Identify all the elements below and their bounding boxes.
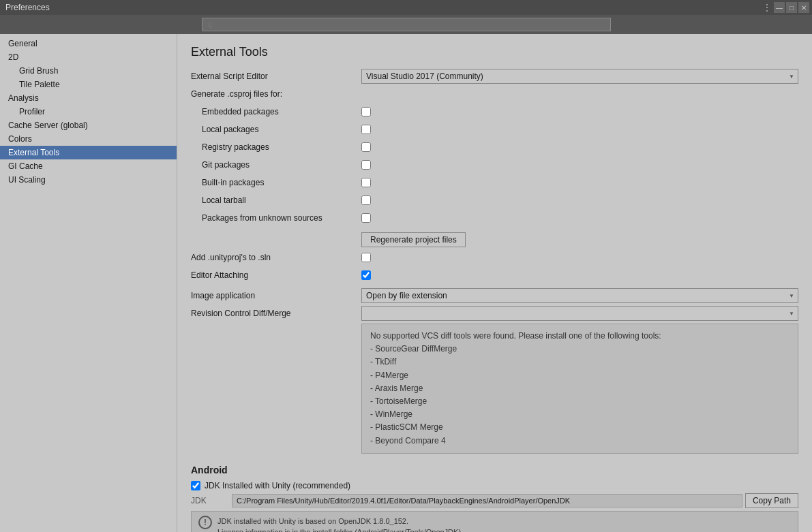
registry-packages-label: Registry packages <box>191 142 361 152</box>
editor-attaching-label: Editor Attaching <box>191 270 361 280</box>
dots-menu[interactable]: ⋮ <box>763 3 771 12</box>
search-input[interactable] <box>202 18 611 31</box>
sidebar-item-grid-brush[interactable]: Grid Brush <box>0 64 177 78</box>
sidebar-item-tile-palette[interactable]: Tile Palette <box>0 78 177 91</box>
jdk-path-row: JDK Copy Path <box>191 493 798 508</box>
maximize-button[interactable]: □ <box>786 2 797 13</box>
search-wrapper <box>5 18 807 31</box>
external-script-editor-select[interactable]: Visual Studio 2017 (Community) <box>361 69 798 84</box>
vcs-line3: - TkDiff <box>370 356 790 369</box>
close-button[interactable]: ✕ <box>798 2 809 13</box>
sidebar-item-general[interactable]: General <box>0 37 177 50</box>
regenerate-button[interactable]: Regenerate project files <box>361 232 466 247</box>
vcs-line4: - P4Merge <box>370 369 790 382</box>
unknown-sources-row: Packages from unknown sources <box>191 210 798 225</box>
embedded-packages-label: Embedded packages <box>191 107 361 116</box>
git-packages-checkbox[interactable] <box>361 160 371 170</box>
vcs-line5: - Araxis Merge <box>370 382 790 395</box>
editor-attaching-checkbox[interactable] <box>361 270 371 280</box>
sidebar-item-profiler[interactable]: Profiler <box>0 105 177 119</box>
embedded-packages-checkbox[interactable] <box>361 107 371 116</box>
revision-control-label: Revision Control Diff/Merge <box>191 309 361 318</box>
git-packages-label: Git packages <box>191 160 361 170</box>
vcs-line8: - PlasticSCM Merge <box>370 421 790 434</box>
search-bar <box>0 15 812 34</box>
page-title: External Tools <box>191 45 798 59</box>
vcs-line1: No supported VCS diff tools were found. … <box>370 330 790 343</box>
jdk-checkbox[interactable] <box>191 481 200 490</box>
vcs-line7: - WinMerge <box>370 408 790 421</box>
embedded-packages-row: Embedded packages <box>191 104 798 119</box>
git-packages-row: Git packages <box>191 157 798 172</box>
jdk-info-line2: License information is in the install fo… <box>217 527 463 532</box>
sidebar-item-colors[interactable]: Colors <box>0 132 177 146</box>
local-tarball-checkbox[interactable] <box>361 195 371 205</box>
generate-csproj-label: Generate .csproj files for: <box>191 89 361 99</box>
title-bar: Preferences ⋮ — □ ✕ <box>0 0 812 15</box>
title-bar-controls: — □ ✕ <box>774 2 809 13</box>
content-area: External Tools External Script Editor Vi… <box>177 34 812 532</box>
local-packages-checkbox[interactable] <box>361 125 371 134</box>
info-icon: ! <box>198 516 212 529</box>
jdk-checkbox-row: JDK Installed with Unity (recommended) <box>191 481 798 490</box>
sidebar-item-external-tools[interactable]: External Tools <box>0 146 177 159</box>
sidebar-item-gi-cache[interactable]: GI Cache <box>0 159 177 173</box>
jdk-info-line1: JDK installed with Unity is based on Ope… <box>217 516 463 527</box>
jdk-path-input[interactable] <box>232 494 742 507</box>
unknown-sources-label: Packages from unknown sources <box>191 213 361 223</box>
sidebar-item-cache-server[interactable]: Cache Server (global) <box>0 119 177 132</box>
image-application-row: Image application Open by file extension <box>191 288 798 303</box>
vcs-message-box: No supported VCS diff tools were found. … <box>361 324 798 454</box>
external-script-editor-row: External Script Editor Visual Studio 201… <box>191 69 798 84</box>
android-section-title: Android <box>191 465 798 475</box>
local-tarball-row: Local tarball <box>191 193 798 208</box>
vcs-line6: - TortoiseMerge <box>370 395 790 408</box>
vcs-line2: - SourceGear DiffMerge <box>370 343 790 356</box>
jdk-copy-button[interactable]: Copy Path <box>745 493 798 508</box>
generate-csproj-row: Generate .csproj files for: <box>191 87 798 101</box>
jdk-info-text: JDK installed with Unity is based on Ope… <box>217 516 463 532</box>
editor-attaching-row: Editor Attaching <box>191 268 798 283</box>
registry-packages-checkbox[interactable] <box>361 142 371 152</box>
local-packages-label: Local packages <box>191 125 361 134</box>
external-script-editor-dropdown-wrapper: Visual Studio 2017 (Community) <box>361 69 798 84</box>
sidebar-item-analysis[interactable]: Analysis <box>0 91 177 105</box>
jdk-checkbox-label: JDK Installed with Unity (recommended) <box>205 481 350 490</box>
image-application-dropdown-wrapper: Open by file extension <box>361 288 798 303</box>
jdk-info-box: ! JDK installed with Unity is based on O… <box>191 511 798 532</box>
sidebar-item-ui-scaling[interactable]: UI Scaling <box>0 173 177 187</box>
sidebar: General 2D Grid Brush Tile Palette Analy… <box>0 34 177 532</box>
registry-packages-row: Registry packages <box>191 140 798 155</box>
image-application-label: Image application <box>191 291 361 300</box>
packages-group: Embedded packages Local packages Registr… <box>191 104 798 225</box>
builtin-packages-checkbox[interactable] <box>361 178 371 187</box>
builtin-packages-label: Built-in packages <box>191 178 361 187</box>
local-packages-row: Local packages <box>191 122 798 137</box>
add-unityproj-row: Add .unityproj's to .sln <box>191 250 798 265</box>
add-unityproj-checkbox[interactable] <box>361 253 371 262</box>
jdk-label: JDK <box>191 496 232 505</box>
builtin-packages-row: Built-in packages <box>191 175 798 190</box>
title-bar-text: Preferences <box>5 3 50 12</box>
revision-control-dropdown-wrapper <box>361 306 798 321</box>
image-application-select[interactable]: Open by file extension <box>361 288 798 303</box>
main-layout: General 2D Grid Brush Tile Palette Analy… <box>0 34 812 532</box>
revision-control-select[interactable] <box>361 306 798 321</box>
unknown-sources-checkbox[interactable] <box>361 213 371 223</box>
external-script-editor-label: External Script Editor <box>191 72 361 81</box>
add-unityproj-label: Add .unityproj's to .sln <box>191 253 361 262</box>
vcs-line9: - Beyond Compare 4 <box>370 435 790 448</box>
local-tarball-label: Local tarball <box>191 195 361 205</box>
sidebar-item-2d[interactable]: 2D <box>0 50 177 64</box>
minimize-button[interactable]: — <box>774 2 785 13</box>
revision-control-row: Revision Control Diff/Merge <box>191 306 798 321</box>
